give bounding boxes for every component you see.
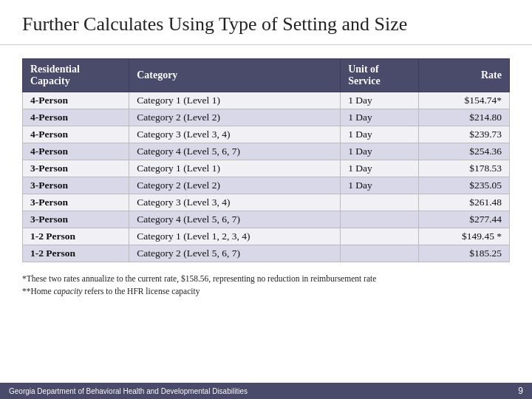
rate-cell: $277.44 — [418, 211, 509, 228]
capacity-cell: 4-Person — [23, 143, 129, 160]
footer-org: Georgia Department of Behavioral Health … — [9, 387, 248, 395]
rate-cell: $214.80 — [418, 109, 509, 126]
unit-cell: 1 Day — [341, 177, 419, 194]
rate-cell: $254.36 — [418, 143, 509, 160]
category-cell: Category 3 (Level 3, 4) — [129, 194, 341, 211]
unit-cell: 1 Day — [341, 109, 419, 126]
table-row: 4-PersonCategory 2 (Level 2)1 Day$214.80 — [23, 109, 510, 126]
table-row: 4-PersonCategory 4 (Level 5, 6, 7)1 Day$… — [23, 143, 510, 160]
rate-cell: $235.05 — [418, 177, 509, 194]
table-wrapper: ResidentialCapacity Category Unit ofServ… — [22, 58, 510, 262]
rate-cell: $154.74* — [418, 92, 509, 109]
table-row: 3-PersonCategory 1 (Level 1)1 Day$178.53 — [23, 160, 510, 177]
data-table: ResidentialCapacity Category Unit ofServ… — [22, 58, 510, 262]
table-row: 3-PersonCategory 3 (Level 3, 4)$261.48 — [23, 194, 510, 211]
capacity-cell: 4-Person — [23, 109, 129, 126]
capacity-cell: 4-Person — [23, 126, 129, 143]
capacity-cell: 3-Person — [23, 160, 129, 177]
footnote-1: *These two rates annualize to the curren… — [22, 273, 510, 285]
capacity-cell: 1-2 Person — [23, 228, 129, 245]
unit-cell — [341, 245, 419, 262]
main-content: ResidentialCapacity Category Unit ofServ… — [0, 45, 532, 383]
table-row: 4-PersonCategory 3 (Level 3, 4)1 Day$239… — [23, 126, 510, 143]
category-cell: Category 2 (Level 5, 6, 7) — [129, 245, 341, 262]
unit-cell: 1 Day — [341, 92, 419, 109]
rate-cell: $185.25 — [418, 245, 509, 262]
capacity-cell: 3-Person — [23, 194, 129, 211]
unit-cell — [341, 228, 419, 245]
col-header-unit: Unit ofService — [341, 59, 419, 92]
category-cell: Category 1 (Level 1) — [129, 92, 341, 109]
capacity-cell: 3-Person — [23, 177, 129, 194]
capacity-cell: 1-2 Person — [23, 245, 129, 262]
col-header-rate: Rate — [418, 59, 509, 92]
unit-cell — [341, 211, 419, 228]
rate-cell: $178.53 — [418, 160, 509, 177]
unit-cell — [341, 194, 419, 211]
col-header-category: Category — [129, 59, 341, 92]
capacity-cell: 3-Person — [23, 211, 129, 228]
page-title: Further Calculates Using Type of Setting… — [22, 13, 510, 35]
category-cell: Category 3 (Level 3, 4) — [129, 126, 341, 143]
category-cell: Category 1 (Level 1, 2, 3, 4) — [129, 228, 341, 245]
unit-cell: 1 Day — [341, 126, 419, 143]
table-row: 1-2 PersonCategory 2 (Level 5, 6, 7)$185… — [23, 245, 510, 262]
category-cell: Category 4 (Level 5, 6, 7) — [129, 143, 341, 160]
rate-cell: $239.73 — [418, 126, 509, 143]
col-header-capacity: ResidentialCapacity — [23, 59, 129, 92]
page-container: Further Calculates Using Type of Setting… — [0, 0, 532, 399]
unit-cell: 1 Day — [341, 143, 419, 160]
capacity-cell: 4-Person — [23, 92, 129, 109]
footer-page-number: 9 — [518, 386, 523, 396]
category-cell: Category 1 (Level 1) — [129, 160, 341, 177]
table-row: 3-PersonCategory 4 (Level 5, 6, 7)$277.4… — [23, 211, 510, 228]
rate-cell: $149.45 * — [418, 228, 509, 245]
category-cell: Category 2 (Level 2) — [129, 109, 341, 126]
table-body: 4-PersonCategory 1 (Level 1)1 Day$154.74… — [23, 92, 510, 262]
rate-cell: $261.48 — [418, 194, 509, 211]
table-header-row: ResidentialCapacity Category Unit ofServ… — [23, 59, 510, 92]
table-row: 3-PersonCategory 2 (Level 2)1 Day$235.05 — [23, 177, 510, 194]
table-row: 1-2 PersonCategory 1 (Level 1, 2, 3, 4)$… — [23, 228, 510, 245]
footnote-2: **Home capacity refers to the HFR licens… — [22, 285, 510, 298]
title-area: Further Calculates Using Type of Setting… — [0, 0, 532, 45]
table-row: 4-PersonCategory 1 (Level 1)1 Day$154.74… — [23, 92, 510, 109]
unit-cell: 1 Day — [341, 160, 419, 177]
footer-bar: Georgia Department of Behavioral Health … — [0, 383, 532, 399]
footnote-area: *These two rates annualize to the curren… — [22, 273, 510, 299]
category-cell: Category 4 (Level 5, 6, 7) — [129, 211, 341, 228]
category-cell: Category 2 (Level 2) — [129, 177, 341, 194]
